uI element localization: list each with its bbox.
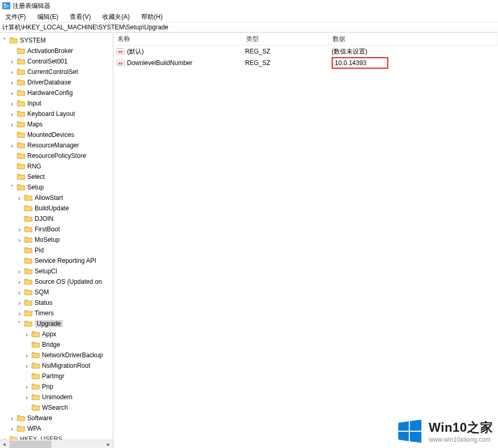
- tree-node[interactable]: WSearch: [0, 402, 113, 413]
- tree-node[interactable]: ›NsiMigrationRoot: [0, 360, 113, 371]
- tree-node[interactable]: ›HardwareConfig: [0, 88, 113, 98]
- chevron-right-icon[interactable]: ›: [23, 330, 30, 338]
- tree-node[interactable]: ResourcePolicyStore: [0, 151, 113, 161]
- tree-node[interactable]: ›SQM: [0, 287, 113, 297]
- chevron-right-icon[interactable]: ›: [16, 226, 23, 233]
- chevron-right-icon[interactable]: ›: [8, 121, 16, 129]
- tree-node[interactable]: ›Pnp: [0, 381, 113, 392]
- tree-node[interactable]: ›Keyboard Layout: [0, 109, 113, 119]
- tree-node[interactable]: ›Unimodem: [0, 392, 113, 402]
- chevron-right-icon[interactable]: ›: [8, 68, 16, 76]
- chevron-right-icon[interactable]: ›: [8, 79, 16, 87]
- tree-node-label: ResourceManager: [27, 142, 79, 149]
- tree-node[interactable]: DJOIN: [0, 214, 113, 224]
- chevron-right-icon[interactable]: ›: [8, 58, 16, 66]
- folder-icon: [17, 110, 25, 118]
- tree-node-label: Input: [27, 100, 41, 107]
- scroll-left-icon[interactable]: ◄: [0, 440, 8, 449]
- chevron-down-icon[interactable]: ˅: [16, 321, 23, 327]
- menu-help[interactable]: 帮助(H): [138, 12, 166, 22]
- chevron-right-icon[interactable]: ›: [1, 435, 8, 440]
- chevron-right-icon[interactable]: ›: [8, 142, 16, 150]
- value-name-cell: abDownlevelBuildNumber: [113, 59, 242, 67]
- chevron-right-icon[interactable]: ›: [16, 236, 23, 244]
- tree-node[interactable]: ActivationBroker: [0, 46, 113, 56]
- values-list[interactable]: ab(默认)REG_SZ(数值未设置)abDownlevelBuildNumbe…: [113, 46, 498, 69]
- tree-node[interactable]: ›DriverDatabase: [0, 77, 113, 88]
- tree-horizontal-scrollbar[interactable]: ◄ ►: [0, 440, 113, 448]
- folder-icon: [31, 382, 40, 391]
- tree-node-label: RNG: [27, 163, 41, 170]
- tree-node[interactable]: MountedDevices: [0, 130, 113, 140]
- registry-tree[interactable]: ˅SYSTEMActivationBroker›ControlSet001›Cu…: [0, 35, 113, 440]
- chevron-right-icon[interactable]: ›: [16, 289, 23, 296]
- chevron-right-icon[interactable]: ›: [23, 393, 30, 401]
- menu-file[interactable]: 文件(F): [2, 12, 29, 22]
- chevron-right-icon[interactable]: ›: [16, 299, 23, 307]
- folder-icon: [17, 141, 25, 150]
- value-row[interactable]: ab(默认)REG_SZ(数值未设置): [113, 46, 498, 57]
- column-type[interactable]: 类型: [242, 33, 329, 45]
- tree-node[interactable]: ›CurrentControlSet: [0, 67, 113, 77]
- chevron-down-icon[interactable]: ˅: [1, 37, 8, 44]
- tree-node[interactable]: ›ControlSet001: [0, 56, 113, 67]
- chevron-right-icon[interactable]: ›: [16, 268, 23, 275]
- menu-favorites[interactable]: 收藏夹(A): [99, 12, 133, 22]
- chevron-down-icon[interactable]: ˅: [8, 184, 16, 191]
- tree-node[interactable]: Select: [0, 172, 113, 182]
- chevron-right-icon[interactable]: ›: [8, 89, 16, 97]
- folder-icon: [31, 351, 40, 359]
- column-name[interactable]: 名称: [113, 33, 242, 45]
- tree-node[interactable]: ›Source OS (Updated on: [0, 276, 113, 287]
- address-bar[interactable]: 计算机\HKEY_LOCAL_MACHINE\SYSTEM\Setup\Upgr…: [0, 22, 498, 33]
- menu-edit[interactable]: 编辑(E): [34, 12, 61, 22]
- tree-node[interactable]: ˅Setup: [0, 182, 113, 193]
- tree-node[interactable]: Pid: [0, 245, 113, 255]
- tree-node[interactable]: ›Status: [0, 297, 113, 308]
- menu-view[interactable]: 查看(V): [67, 12, 94, 22]
- tree-node[interactable]: BuildUpdate: [0, 203, 113, 214]
- chevron-right-icon[interactable]: ›: [8, 100, 16, 108]
- tree-node[interactable]: ›MoSetup: [0, 234, 113, 245]
- tree-node[interactable]: ›WPA: [0, 423, 113, 434]
- tree-node[interactable]: ›Timers: [0, 308, 113, 318]
- tree-node[interactable]: ›NetworkDriverBackup: [0, 350, 113, 360]
- chevron-right-icon[interactable]: ›: [8, 425, 16, 433]
- tree-node[interactable]: Partmgr: [0, 371, 113, 381]
- main-area: ˅SYSTEMActivationBroker›ControlSet001›Cu…: [0, 33, 498, 448]
- chevron-right-icon[interactable]: ›: [23, 351, 30, 359]
- tree-node[interactable]: Service Reporting API: [0, 255, 113, 266]
- chevron-right-icon[interactable]: ›: [23, 383, 30, 391]
- chevron-right-icon[interactable]: ›: [8, 414, 16, 422]
- window-title: 注册表编辑器: [13, 2, 50, 10]
- tree-node[interactable]: ›Software: [0, 413, 113, 423]
- folder-icon: [24, 288, 33, 296]
- folder-icon: [24, 194, 33, 202]
- chevron-right-icon[interactable]: ›: [16, 278, 23, 286]
- folder-icon: [24, 298, 33, 307]
- chevron-right-icon[interactable]: ›: [16, 310, 23, 317]
- tree-node[interactable]: ›ResourceManager: [0, 140, 113, 151]
- scroll-right-icon[interactable]: ►: [104, 440, 113, 449]
- tree-node[interactable]: ›HKEY_USERS: [0, 434, 113, 440]
- tree-node[interactable]: ›Appx: [0, 329, 113, 339]
- tree-node[interactable]: ›AllowStart: [0, 193, 113, 203]
- tree-node[interactable]: RNG: [0, 161, 113, 172]
- tree-node-label: DriverDatabase: [27, 79, 71, 86]
- tree-node[interactable]: ˅SYSTEM: [0, 35, 113, 46]
- tree-node-label: Status: [35, 299, 52, 306]
- value-row[interactable]: abDownlevelBuildNumberREG_SZ10.0.14393: [113, 57, 498, 69]
- chevron-right-icon[interactable]: ›: [8, 110, 16, 118]
- tree-node[interactable]: Bridge: [0, 339, 113, 350]
- tree-node[interactable]: ›FirstBoot: [0, 224, 113, 234]
- folder-icon: [17, 424, 25, 433]
- tree-node[interactable]: ›SetupCl: [0, 266, 113, 276]
- tree-node[interactable]: ›Maps: [0, 119, 113, 130]
- column-data[interactable]: 数据: [329, 33, 498, 45]
- value-name: DownlevelBuildNumber: [127, 59, 193, 67]
- chevron-right-icon[interactable]: ›: [23, 362, 30, 370]
- chevron-right-icon[interactable]: ›: [16, 194, 23, 202]
- tree-node[interactable]: ›Input: [0, 98, 113, 109]
- tree-node[interactable]: ˅Upgrade: [0, 318, 113, 329]
- scroll-thumb[interactable]: [9, 441, 51, 448]
